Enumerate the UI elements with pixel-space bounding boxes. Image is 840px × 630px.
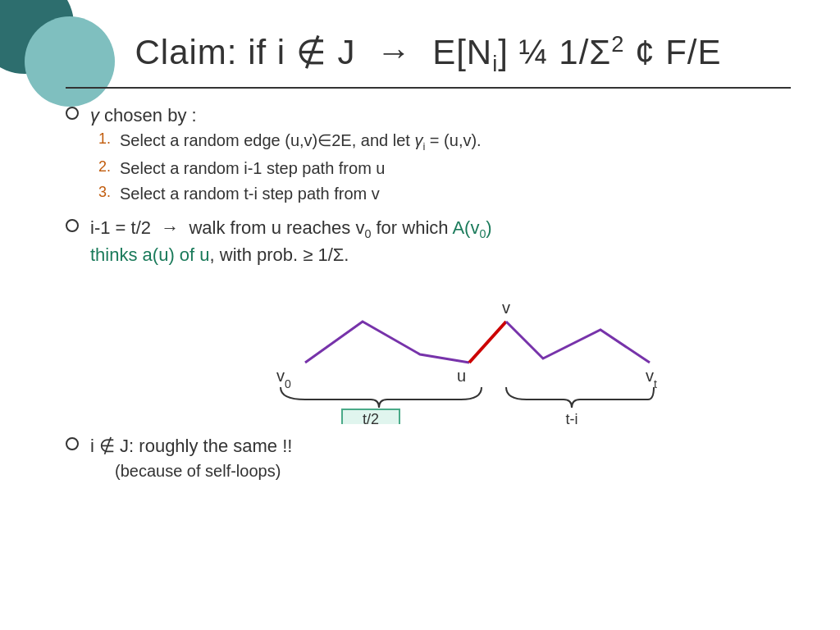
- bullet-1-main: γ chosen by : 1. Select a random edge (u…: [66, 103, 791, 208]
- slide-title: Claim: if i ∉ J → E[Ni] ¼ 1/Σ2 ¢ F/E: [66, 31, 791, 77]
- bullet-circle-1: [66, 107, 79, 120]
- sub-item-1-text: Select a random edge (u,v)∈2E, and let γ…: [120, 129, 482, 154]
- teal-text-1: A(v0): [452, 217, 491, 238]
- t2-label: t/2: [363, 411, 379, 424]
- bullet-2-main: i-1 = t/2 → walk from u reaches v0 for w…: [66, 216, 791, 267]
- sub-list-1: 1. Select a random edge (u,v)∈2E, and le…: [98, 129, 482, 205]
- title-divider: [66, 87, 791, 89]
- bullet-2-text: i-1 = t/2 → walk from u reaches v0 for w…: [90, 216, 492, 267]
- teal-text-2: thinks a(u) of u: [90, 244, 210, 265]
- diagram-area: v0 u v vt t/2 t-i: [66, 276, 791, 424]
- vt-label: vt: [646, 367, 657, 390]
- bullet-2: i-1 = t/2 → walk from u reaches v0 for w…: [66, 216, 791, 267]
- left-brace: [281, 387, 482, 408]
- path-diagram: v0 u v vt t/2 t-i: [199, 276, 658, 424]
- num-1: 1.: [98, 129, 113, 149]
- u-label: u: [457, 367, 466, 385]
- bullet-3-text: i ∉ J: roughly the same !! (because of s…: [90, 434, 292, 485]
- left-path: [305, 322, 469, 363]
- red-edge: [469, 322, 506, 363]
- sub-item-3-text: Select a random t-i step path from v: [120, 182, 380, 205]
- sub-item-2: 2. Select a random i-1 step path from u: [98, 157, 482, 180]
- num-2: 2.: [98, 157, 113, 177]
- right-path: [506, 322, 650, 363]
- bullet-3: i ∉ J: roughly the same !! (because of s…: [66, 434, 791, 485]
- bullet-1: γ chosen by : 1. Select a random edge (u…: [66, 103, 791, 208]
- bullet-3-main: i ∉ J: roughly the same !! (because of s…: [66, 434, 791, 485]
- gamma-symbol: γ: [90, 105, 99, 126]
- v0-label: v0: [276, 367, 291, 390]
- self-loops-text: (because of self-loops): [115, 462, 281, 480]
- sub-item-3: 3. Select a random t-i step path from v: [98, 182, 482, 205]
- ti-label: t-i: [566, 411, 578, 424]
- bullet-1-text: γ chosen by : 1. Select a random edge (u…: [90, 103, 482, 208]
- num-3: 3.: [98, 182, 113, 203]
- sub-item-2-text: Select a random i-1 step path from u: [120, 157, 386, 180]
- right-brace: [506, 387, 654, 408]
- slide-content: Claim: if i ∉ J → E[Ni] ¼ 1/Σ2 ¢ F/E γ c…: [0, 0, 840, 630]
- bullet-circle-2: [66, 219, 79, 232]
- v-label: v: [502, 299, 510, 317]
- sub-item-1: 1. Select a random edge (u,v)∈2E, and le…: [98, 129, 482, 154]
- bullet-circle-3: [66, 437, 79, 450]
